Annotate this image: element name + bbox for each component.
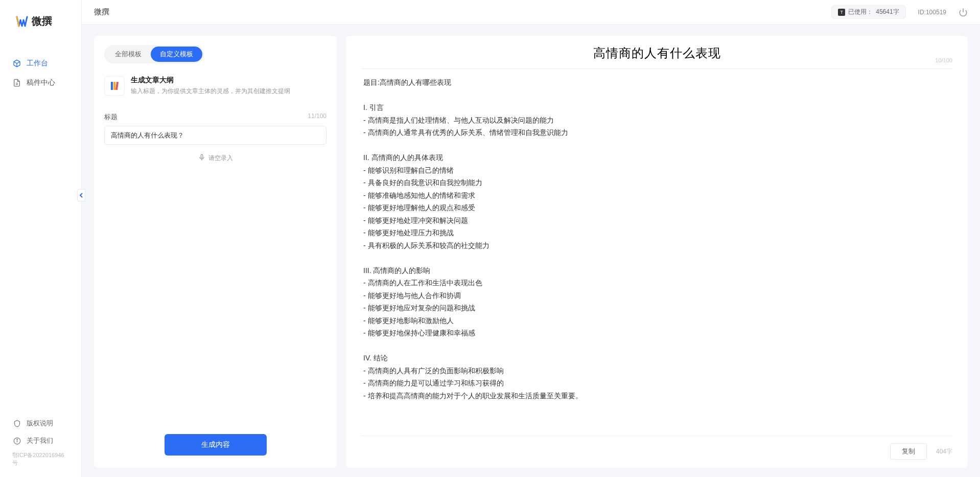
shield-icon [12,419,21,428]
field-char-count: 11/100 [308,112,326,122]
voice-input-button[interactable]: 请空录入 [104,154,326,163]
main: 微撰 T 已使用： 45641字 ID:100519 全部模板 自定义模板 [82,0,980,477]
editor-panel: 全部模板 自定义模板 生成文章大纲 输入标题，为你提供文章主体的灵感，并为其创建… [94,36,337,468]
sidebar-item-label: 工作台 [27,59,48,68]
voice-input-label: 请空录入 [208,154,233,163]
output-word-count: 404字 [936,447,952,456]
field-label: 标题 [104,112,118,122]
cube-icon [12,59,21,68]
user-id: ID:100519 [918,9,946,16]
usage-value: 45641字 [876,8,899,16]
output-title: 高情商的人有什么表现 [361,45,952,61]
svg-rect-7 [201,154,203,158]
generate-button[interactable]: 生成内容 [165,434,267,456]
logo: 微撰 [0,0,81,38]
sidebar-item-drafts[interactable]: 稿件中心 [0,73,81,93]
icp-text: 鄂ICP备2022016946号 [0,449,81,472]
sidebar-item-label: 版权说明 [27,419,53,428]
output-panel: 高情商的人有什么表现 10/100 题目:高情商的人有哪些表现 I. 引言 - … [346,36,968,468]
sidebar: 微撰 工作台 稿件中心 版权说明 [0,0,82,477]
svg-rect-5 [113,82,115,90]
topbar: 微撰 T 已使用： 45641字 ID:100519 [82,0,980,25]
svg-rect-6 [115,82,119,90]
microphone-icon [198,154,205,163]
sidebar-item-label: 关于我们 [27,436,53,445]
output-body[interactable]: 题目:高情商的人有哪些表现 I. 引言 - 高情商是指人们处理情绪、与他人互动以… [361,69,952,436]
sidebar-item-label: 稿件中心 [27,78,55,87]
sidebar-footer: 版权说明 关于我们 鄂ICP备2022016946号 [0,415,81,477]
sidebar-item-copyright[interactable]: 版权说明 [0,415,81,432]
usage-badge[interactable]: T 已使用： 45641字 [831,5,905,19]
nav: 工作台 稿件中心 [0,38,81,415]
logo-text: 微撰 [32,14,52,28]
template-card: 生成文章大纲 输入标题，为你提供文章主体的灵感，并为其创建推文提纲 [104,76,326,96]
books-icon [104,76,125,96]
sidebar-item-about[interactable]: 关于我们 [0,432,81,449]
template-desc: 输入标题，为你提供文章主体的灵感，并为其创建推文提纲 [131,87,290,96]
app-title: 微撰 [94,7,109,17]
chevron-left-icon [79,193,83,198]
svg-point-2 [16,439,17,439]
info-icon [12,436,21,445]
copy-button[interactable]: 复制 [890,443,927,460]
template-tabs: 全部模板 自定义模板 [104,45,204,63]
document-icon [12,78,21,87]
usage-prefix: 已使用： [848,8,873,16]
template-title: 生成文章大纲 [131,76,290,85]
power-icon[interactable] [959,8,968,17]
collapse-sidebar-button[interactable] [77,189,85,201]
svg-rect-4 [111,82,113,90]
tab-custom-templates[interactable]: 自定义模板 [151,47,202,62]
title-input[interactable] [104,126,326,145]
sidebar-item-workspace[interactable]: 工作台 [0,54,81,73]
tab-all-templates[interactable]: 全部模板 [106,47,151,62]
logo-icon [15,15,29,28]
output-title-count: 10/100 [935,57,952,63]
text-icon: T [838,9,845,16]
